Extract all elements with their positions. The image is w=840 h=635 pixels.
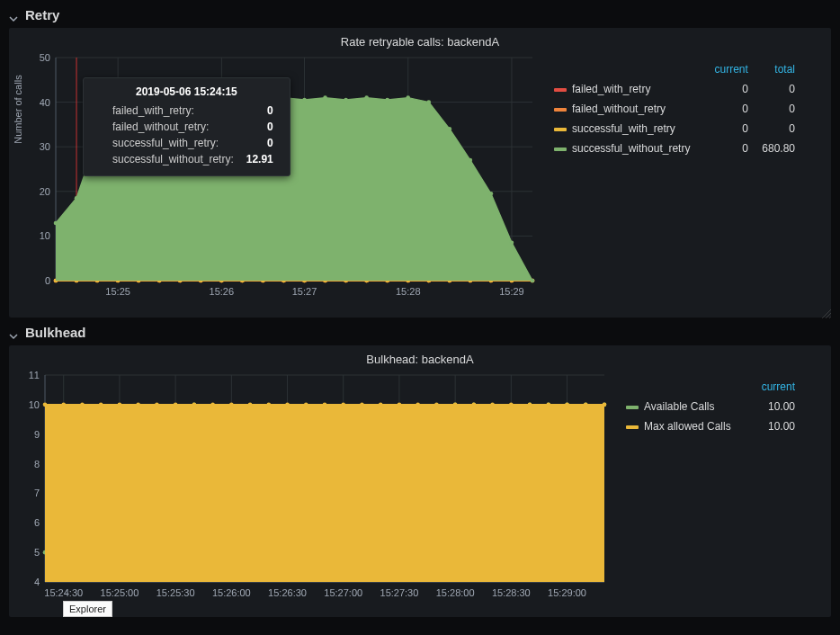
svg-text:15:25:00: 15:25:00 (101, 587, 139, 598)
svg-point-198 (192, 403, 197, 407)
legend-item[interactable]: Available Calls10.00 (621, 397, 800, 416)
svg-point-220 (603, 403, 607, 407)
svg-text:6: 6 (34, 517, 40, 528)
svg-text:15:29:00: 15:29:00 (548, 587, 586, 598)
svg-text:0: 0 (45, 275, 50, 286)
svg-point-214 (490, 403, 495, 407)
svg-text:15:28:30: 15:28:30 (492, 587, 531, 598)
svg-text:20: 20 (40, 186, 50, 197)
svg-point-109 (302, 98, 307, 103)
svg-text:15:26:30: 15:26:30 (268, 587, 307, 598)
chevron-down-icon (9, 11, 18, 20)
svg-point-209 (398, 403, 402, 407)
svg-point-192 (80, 403, 85, 407)
legend-item[interactable]: failed_with_retry00 (549, 79, 800, 99)
svg-point-106 (240, 95, 245, 100)
svg-point-102 (157, 100, 162, 104)
svg-text:15:28:00: 15:28:00 (436, 587, 475, 598)
svg-text:10: 10 (40, 230, 50, 241)
svg-point-105 (219, 98, 224, 103)
svg-text:15:27:30: 15:27:30 (380, 587, 419, 598)
svg-text:50: 50 (40, 52, 50, 63)
svg-point-113 (385, 98, 389, 103)
legend-header-current[interactable]: current (751, 377, 800, 397)
svg-point-200 (229, 403, 234, 407)
svg-text:15:26: 15:26 (210, 286, 235, 297)
svg-text:8: 8 (34, 459, 40, 470)
svg-point-199 (210, 403, 215, 407)
svg-text:4: 4 (34, 577, 40, 587)
row-toggle-retry[interactable]: Retry (9, 5, 831, 28)
svg-point-201 (248, 403, 253, 407)
legend-retry: current total failed_with_retry00failed_… (549, 52, 800, 304)
legend-item[interactable]: Max allowed Calls10.00 (621, 416, 800, 436)
svg-point-97 (54, 221, 58, 226)
panel-title: Bulkhead: backendA (18, 351, 822, 370)
svg-point-107 (261, 98, 265, 103)
svg-point-205 (323, 403, 327, 407)
svg-text:7: 7 (34, 487, 40, 498)
svg-point-98 (75, 196, 79, 201)
svg-point-119 (510, 241, 514, 246)
legend-header-total[interactable]: total (754, 59, 800, 79)
svg-point-194 (118, 403, 122, 407)
svg-point-215 (509, 403, 514, 407)
svg-point-206 (341, 403, 345, 407)
svg-text:11: 11 (29, 370, 40, 380)
row-toggle-bulkhead[interactable]: Bulkhead (9, 323, 831, 345)
panel-retry: Rate retryable calls: backendA Number of… (9, 28, 831, 318)
legend-item[interactable]: successful_without_retry0680.80 (549, 139, 800, 158)
svg-point-203 (285, 403, 290, 407)
svg-point-212 (453, 403, 458, 407)
svg-point-195 (136, 403, 140, 407)
svg-point-118 (489, 192, 494, 196)
svg-point-202 (267, 403, 272, 407)
svg-point-208 (379, 403, 383, 407)
svg-point-219 (584, 403, 588, 407)
svg-point-117 (469, 158, 473, 163)
svg-point-193 (99, 403, 103, 407)
svg-point-104 (199, 95, 203, 100)
svg-point-204 (304, 403, 308, 407)
svg-text:15:27: 15:27 (292, 286, 317, 297)
svg-text:15:24:30: 15:24:30 (44, 587, 83, 598)
svg-point-108 (281, 95, 286, 100)
svg-point-213 (472, 403, 477, 407)
svg-point-190 (43, 403, 48, 407)
svg-text:30: 30 (40, 141, 50, 152)
svg-point-196 (155, 403, 159, 407)
svg-point-197 (174, 403, 178, 407)
svg-text:15:27:00: 15:27:00 (324, 587, 362, 598)
resize-handle-icon[interactable] (822, 309, 831, 318)
y-axis-label: Number of calls (13, 75, 23, 143)
legend-header-current[interactable]: current (706, 59, 754, 79)
chart-retry[interactable]: Number of calls 0102030405015:2515:2615:… (18, 52, 540, 304)
svg-point-211 (434, 403, 439, 407)
legend-item[interactable]: failed_without_retry00 (549, 99, 800, 119)
row-title: Retry (25, 7, 59, 22)
chart-bulkhead[interactable]: 456789101115:24:3015:25:0015:25:3015:26:… (18, 370, 612, 605)
panel-title: Rate retryable calls: backendA (18, 33, 822, 52)
svg-text:10: 10 (29, 399, 40, 410)
svg-point-112 (364, 95, 369, 100)
svg-point-114 (406, 95, 410, 100)
svg-point-111 (344, 98, 348, 103)
svg-text:15:25: 15:25 (105, 286, 130, 297)
svg-point-120 (531, 279, 535, 283)
legend-item[interactable]: successful_with_retry00 (549, 119, 800, 139)
svg-point-217 (547, 403, 551, 407)
chevron-down-icon (9, 328, 18, 337)
svg-point-99 (95, 136, 100, 140)
svg-text:15:28: 15:28 (396, 286, 421, 297)
svg-text:5: 5 (34, 547, 40, 558)
svg-point-103 (178, 98, 183, 103)
svg-text:9: 9 (34, 429, 40, 440)
panel-bulkhead: Bulkhead: backendA 456789101115:24:3015:… (9, 345, 831, 617)
svg-point-115 (426, 100, 431, 104)
legend-bulkhead: current Available Calls10.00Max allowed … (621, 370, 800, 605)
row-title: Bulkhead (25, 325, 86, 340)
svg-point-110 (323, 95, 327, 100)
svg-point-116 (448, 127, 452, 131)
explorer-tooltip: Explorer (63, 601, 112, 617)
svg-point-216 (528, 403, 532, 407)
